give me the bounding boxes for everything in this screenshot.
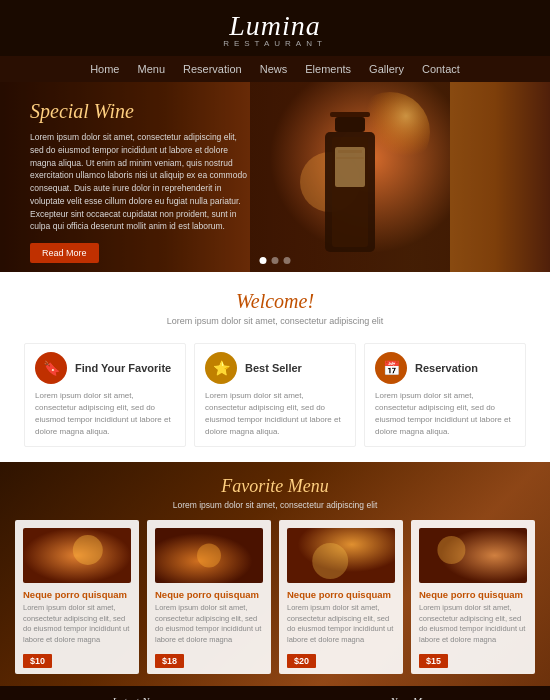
welcome-subtitle: Lorem ipsum dolor sit amet, consectetur … [20,316,530,326]
svg-point-11 [73,535,103,565]
svg-point-15 [312,543,348,579]
card-text-3: Lorem ipsum dolor sit amet, consectetur … [375,390,515,438]
menu-content: Favorite Menu Lorem ipsum dolor sit amet… [15,476,535,674]
dot-2[interactable] [272,257,279,264]
menu-item-image-2 [155,528,263,583]
card-title-1: Find Your Favorite [75,362,171,374]
menu-item-image-4 [419,528,527,583]
menu-item-desc-2: Lorem ipsum dolor sit amet, consectetur … [155,603,263,645]
menu-item-desc-1: Lorem ipsum dolor sit amet, consectetur … [23,603,131,645]
welcome-title: Welcome! [20,290,530,313]
card-find-favorite: 🔖 Find Your Favorite Lorem ipsum dolor s… [24,343,186,447]
svg-rect-8 [338,150,362,153]
read-more-button[interactable]: Read More [30,243,99,263]
hero-section: Special Wine Lorem ipsum dolor sit amet,… [0,82,550,272]
menu-item-name-3: Neque porro quisquam [287,589,395,600]
card-header-3: 📅 Reservation [375,352,515,384]
menu-item-name-2: Neque porro quisquam [155,589,263,600]
hero-dots [260,257,291,264]
menu-item-3: Neque porro quisquam Lorem ipsum dolor s… [279,520,403,674]
menu-item-4: Neque porro quisquam Lorem ipsum dolor s… [411,520,535,674]
menu-subtitle: Lorem ipsum dolor sit amet, consectetur … [15,500,535,510]
dot-3[interactable] [284,257,291,264]
navigation: Home Menu Reservation News Elements Gall… [0,56,550,82]
bottom-bar: Latest News New Menu [0,686,550,700]
nav-news[interactable]: News [260,63,288,75]
menu-item-image-1 [23,528,131,583]
hero-bottle-image [250,82,450,272]
card-title-2: Best Seller [245,362,302,374]
new-menu-label[interactable]: New Menu [390,695,437,700]
hero-description: Lorem ipsum dolor sit amet, consectetur … [30,131,250,233]
svg-point-17 [437,536,465,564]
feature-cards: 🔖 Find Your Favorite Lorem ipsum dolor s… [0,331,550,462]
svg-rect-16 [419,528,527,583]
menu-item-name-4: Neque porro quisquam [419,589,527,600]
menu-items: Neque porro quisquam Lorem ipsum dolor s… [15,520,535,674]
card-best-seller: ⭐ Best Seller Lorem ipsum dolor sit amet… [194,343,356,447]
bookmark-icon: 🔖 [35,352,67,384]
logo: Lumina RESTAURANT [0,12,550,48]
hero-title: Special Wine [30,100,250,123]
svg-rect-4 [335,117,365,132]
calendar-icon: 📅 [375,352,407,384]
nav-reservation[interactable]: Reservation [183,63,242,75]
hero-content: Special Wine Lorem ipsum dolor sit amet,… [30,100,250,263]
card-text-2: Lorem ipsum dolor sit amet, consectetur … [205,390,345,438]
welcome-section: Welcome! Lorem ipsum dolor sit amet, con… [0,272,550,331]
card-header-2: ⭐ Best Seller [205,352,345,384]
card-text-1: Lorem ipsum dolor sit amet, consectetur … [35,390,175,438]
svg-point-13 [197,544,221,568]
menu-item-desc-4: Lorem ipsum dolor sit amet, consectetur … [419,603,527,645]
nav-home[interactable]: Home [90,63,119,75]
menu-item-name-1: Neque porro quisquam [23,589,131,600]
latest-news-label[interactable]: Latest News [112,695,165,700]
price-badge-2: $18 [155,654,184,668]
nav-contact[interactable]: Contact [422,63,460,75]
header: Lumina RESTAURANT [0,0,550,56]
logo-subtitle: RESTAURANT [0,40,550,48]
menu-item-1: Neque porro quisquam Lorem ipsum dolor s… [15,520,139,674]
card-reservation: 📅 Reservation Lorem ipsum dolor sit amet… [364,343,526,447]
nav-gallery[interactable]: Gallery [369,63,404,75]
menu-item-2: Neque porro quisquam Lorem ipsum dolor s… [147,520,271,674]
menu-title: Favorite Menu [15,476,535,497]
nav-menu[interactable]: Menu [137,63,165,75]
star-icon: ⭐ [205,352,237,384]
menu-item-desc-3: Lorem ipsum dolor sit amet, consectetur … [287,603,395,645]
price-badge-1: $10 [23,654,52,668]
price-badge-4: $15 [419,654,448,668]
nav-elements[interactable]: Elements [305,63,351,75]
dot-1[interactable] [260,257,267,264]
price-badge-3: $20 [287,654,316,668]
card-header-1: 🔖 Find Your Favorite [35,352,175,384]
menu-item-image-3 [287,528,395,583]
svg-rect-9 [336,157,364,159]
favorite-menu-section: Favorite Menu Lorem ipsum dolor sit amet… [0,462,550,686]
card-title-3: Reservation [415,362,478,374]
svg-rect-3 [330,112,370,117]
